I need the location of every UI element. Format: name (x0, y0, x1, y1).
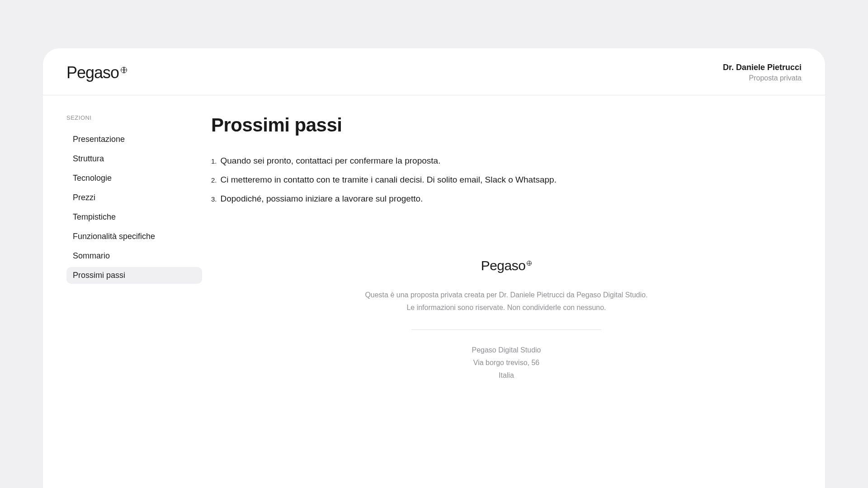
main-content: Prossimi passi Quando sei pronto, contat… (202, 114, 802, 488)
page-title: Prossimi passi (211, 114, 802, 136)
header-meta: Dr. Daniele Pietrucci Proposta privata (723, 63, 802, 82)
footer-company: Pegaso Digital Studio (316, 346, 696, 354)
footer: Pegaso Questa è una proposta privata cre… (316, 258, 696, 380)
footer-logo-text: Pegaso (481, 258, 526, 273)
sidebar-item-presentazione[interactable]: Presentazione (66, 131, 202, 148)
footer-country: Italia (316, 371, 696, 380)
sidebar-item-prossimi-passi[interactable]: Prossimi passi (66, 267, 202, 284)
logo-text: Pegaso (66, 63, 119, 82)
footer-address: Via borgo treviso, 56 (316, 359, 696, 367)
plus-circle-icon (527, 261, 532, 266)
logo: Pegaso (66, 63, 127, 82)
footer-logo: Pegaso (481, 258, 532, 273)
footer-disclaimer-2: Le informazioni sono riservate. Non cond… (316, 302, 696, 313)
footer-disclaimer-1: Questa è una proposta privata creata per… (316, 290, 696, 300)
step-item: Ci metteremo in contatto con te tramite … (211, 175, 802, 185)
sidebar-item-prezzi[interactable]: Prezzi (66, 189, 202, 206)
sidebar-item-tempistiche[interactable]: Tempistiche (66, 209, 202, 225)
sidebar: SEZIONI Presentazione Struttura Tecnolog… (66, 114, 202, 488)
footer-divider (411, 329, 601, 330)
plus-circle-icon (121, 67, 127, 73)
client-name: Dr. Daniele Pietrucci (723, 63, 802, 72)
sidebar-item-tecnologie[interactable]: Tecnologie (66, 170, 202, 187)
sidebar-item-sommario[interactable]: Sommario (66, 248, 202, 264)
header: Pegaso Dr. Daniele Pietrucci Proposta pr… (43, 48, 825, 95)
document-card: Pegaso Dr. Daniele Pietrucci Proposta pr… (43, 48, 825, 488)
sidebar-item-struttura[interactable]: Struttura (66, 150, 202, 167)
step-item: Quando sei pronto, contattaci per confer… (211, 156, 802, 166)
steps-list: Quando sei pronto, contattaci per confer… (211, 156, 802, 204)
step-item: Dopodiché, possiamo iniziare a lavorare … (211, 194, 802, 204)
sidebar-item-funzionalita[interactable]: Funzionalità specifiche (66, 228, 202, 245)
document-subtitle: Proposta privata (723, 74, 802, 82)
body: SEZIONI Presentazione Struttura Tecnolog… (43, 95, 825, 488)
sidebar-label: SEZIONI (66, 114, 202, 121)
